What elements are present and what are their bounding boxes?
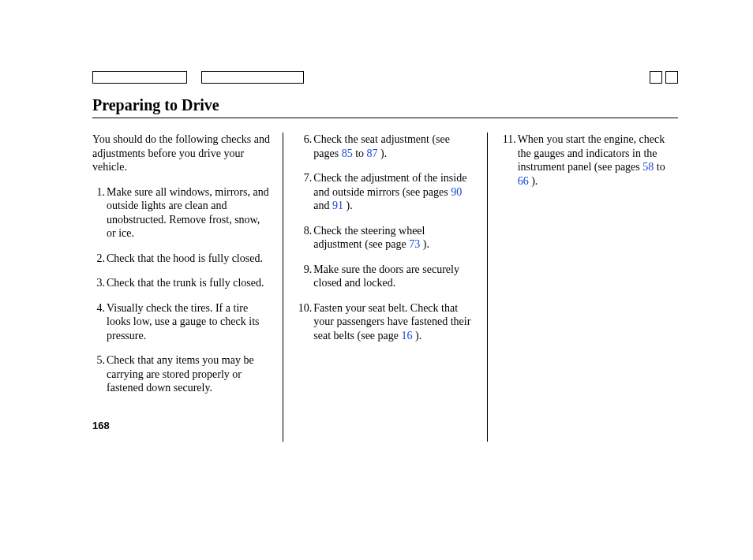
item-number: 10. [296, 301, 312, 315]
item-number: 9. [296, 263, 312, 277]
page-link[interactable]: 16 [402, 330, 413, 342]
item-number: 2. [92, 252, 105, 266]
crop-mark-box [650, 71, 662, 84]
item-text: Fasten your seat belt. Check that your p… [313, 302, 470, 342]
list-item: 4. Visually check the tires. If a tire l… [92, 301, 270, 343]
intro-text: You should do the following checks and a… [92, 133, 270, 174]
column-1: You should do the following checks and a… [92, 133, 278, 442]
page-link[interactable]: 87 [367, 147, 378, 159]
page-title-row: Preparing to Drive [92, 96, 678, 118]
column-divider [283, 133, 283, 442]
item-text: Make sure the doors are securely closed … [313, 263, 459, 289]
item-number: 8. [296, 224, 312, 238]
crop-mark-box [665, 71, 678, 84]
item-number: 7. [296, 171, 312, 185]
page-number: 168 [92, 420, 110, 431]
item-text: Check the steering wheel adjustment (see… [313, 225, 429, 251]
manual-page: Preparing to Drive You should do the fol… [0, 0, 753, 560]
item-number: 11. [500, 133, 516, 147]
list-item: 5. Check that any items you may be carry… [92, 353, 270, 395]
list-item: 7. Check the adjustment of the inside an… [296, 171, 474, 213]
item-number: 3. [92, 276, 105, 290]
item-text: Check that the trunk is fully closed. [107, 277, 264, 289]
page-link[interactable]: 91 [332, 200, 343, 211]
page-link[interactable]: 90 [451, 186, 462, 198]
column-2: 6. Check the seat adjustment (see pages … [288, 133, 481, 442]
crop-mark-box [92, 71, 187, 84]
item-text: Check the adjustment of the inside and o… [313, 172, 466, 211]
item-text: Check that the hood is fully closed. [107, 252, 263, 264]
checklist: 11. When you start the engine, check the… [500, 133, 678, 188]
list-item: 1. Make sure all windows, mirrors, and o… [92, 185, 270, 241]
item-number: 4. [92, 301, 105, 315]
list-item: 6. Check the seat adjustment (see pages … [296, 133, 474, 160]
page-link[interactable]: 73 [409, 238, 420, 250]
item-number: 5. [92, 353, 105, 368]
item-number: 1. [92, 185, 105, 200]
item-text: Check the seat adjustment (see pages 85 … [313, 133, 450, 159]
crop-marks [92, 71, 678, 85]
crop-mark-box [201, 71, 304, 84]
column-3: 11. When you start the engine, check the… [493, 133, 678, 442]
column-divider [487, 133, 488, 442]
list-item: 10. Fasten your seat belt. Check that yo… [296, 301, 474, 343]
checklist: 1. Make sure all windows, mirrors, and o… [92, 185, 270, 395]
list-item: 8. Check the steering wheel adjustment (… [296, 224, 474, 252]
item-text: Make sure all windows, mirrors, and outs… [107, 186, 269, 240]
content-columns: You should do the following checks and a… [92, 133, 678, 442]
page-link[interactable]: 85 [342, 147, 353, 159]
page-link[interactable]: 66 [518, 175, 529, 187]
checklist: 6. Check the seat adjustment (see pages … [296, 133, 474, 342]
list-item: 3. Check that the trunk is fully closed. [92, 276, 270, 290]
list-item: 2. Check that the hood is fully closed. [92, 252, 270, 266]
item-text: When you start the engine, check the gau… [518, 133, 665, 187]
item-text: Check that any items you may be carrying… [107, 354, 254, 394]
list-item: 9. Make sure the doors are securely clos… [296, 263, 474, 290]
item-text: Visually check the tires. If a tire look… [107, 302, 260, 342]
list-item: 11. When you start the engine, check the… [500, 133, 678, 188]
page-link[interactable]: 58 [642, 161, 654, 173]
page-title: Preparing to Drive [92, 96, 678, 114]
item-number: 6. [296, 133, 312, 147]
